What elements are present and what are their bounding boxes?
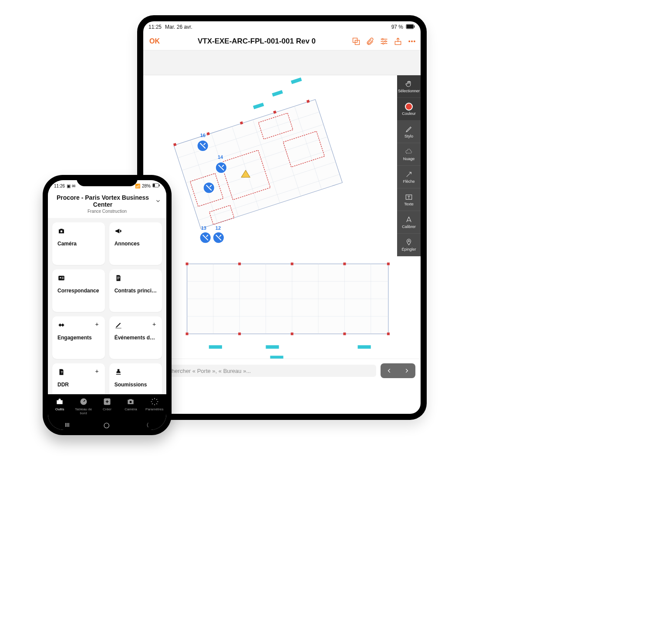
tool-text[interactable]: Texte (397, 188, 421, 211)
tool-color[interactable]: Couleur (397, 98, 421, 121)
svg-point-79 (61, 231, 63, 233)
cloud-icon (405, 148, 413, 156)
drawing-canvas[interactable]: Sélectionner Couleur Stylo Nuage (143, 75, 421, 382)
svg-text:?: ? (61, 370, 63, 374)
map-pin-12[interactable]: 12 (213, 225, 224, 243)
app-indicator-icon: ▣ ✉ (67, 184, 75, 188)
home-button[interactable]: ◯ (104, 422, 109, 428)
card-prime-contracts[interactable]: Contrats princi… (109, 269, 162, 312)
tablet-status-bar: 11:25 Mar. 26 avr. 97 % (143, 21, 421, 33)
tablet-header: OK VTX-EXE-ARC-FPL-001-001 Rev 0 (143, 33, 421, 50)
phone-battery-text: 28% (142, 184, 151, 188)
svg-point-6 (382, 38, 383, 40)
svg-text:14: 14 (218, 154, 223, 160)
card-commitments[interactable]: + Engagements (52, 316, 105, 359)
camera-icon (126, 397, 135, 406)
tab-settings[interactable]: Paramètres (144, 397, 165, 411)
floorplan[interactable]: 16 14 (143, 75, 397, 382)
card-announcements[interactable]: Annonces (109, 222, 162, 265)
add-icon[interactable]: + (151, 321, 158, 328)
svg-rect-60 (343, 332, 346, 335)
svg-point-12 (414, 41, 415, 42)
search-placeholder: Rechercher « Porte », « Bureau »... (162, 368, 251, 374)
svg-rect-38 (253, 103, 264, 109)
svg-rect-82 (62, 277, 64, 278)
svg-rect-53 (238, 262, 241, 265)
tablet-time: 11:25 (148, 24, 162, 30)
svg-point-7 (385, 40, 386, 42)
tool-select[interactable]: Sélectionner (397, 75, 421, 98)
tab-dashboard[interactable]: Tableau de bord (73, 397, 94, 415)
search-input[interactable]: Rechercher « Porte », « Bureau »... (148, 365, 376, 377)
annotation-toolbar: Sélectionner Couleur Stylo Nuage (397, 75, 421, 256)
svg-text:12: 12 (216, 225, 221, 231)
svg-rect-59 (291, 332, 293, 335)
calibrate-icon (405, 216, 413, 224)
svg-text:13: 13 (201, 225, 206, 231)
phone-notch (77, 175, 138, 186)
svg-rect-63 (266, 345, 279, 349)
phone-screen: 11:26 ▣ ✉ 📶 28% Procore - Paris Vortex B… (48, 180, 166, 430)
svg-rect-2 (414, 25, 415, 27)
briefcase-icon (55, 397, 64, 406)
stamp-icon (115, 368, 157, 376)
prev-sheet-button[interactable] (381, 363, 398, 378)
id-card-icon (57, 274, 100, 282)
attachment-icon[interactable] (365, 36, 375, 47)
recents-button[interactable]: III (65, 422, 69, 428)
tool-calibrate[interactable]: Calibrer (397, 211, 421, 234)
add-icon[interactable]: + (94, 368, 101, 375)
svg-rect-78 (153, 184, 155, 187)
pen-icon (405, 125, 413, 133)
ok-button[interactable]: OK (147, 36, 162, 47)
map-pin-unlabeled-1[interactable] (203, 182, 215, 193)
tablet-device: 11:25 Mar. 26 avr. 97 % OK VTX-EXE-ARC-F… (137, 15, 427, 420)
tab-tools[interactable]: Outils (49, 397, 71, 411)
svg-rect-39 (272, 90, 283, 97)
pin-icon (405, 238, 413, 246)
svg-rect-83 (62, 278, 64, 279)
signal-icon: 📶 (135, 184, 140, 188)
tablet-battery-text: 97 % (391, 24, 403, 30)
svg-point-90 (130, 401, 132, 403)
phone-header[interactable]: Procore - Paris Vortex Business Center F… (48, 191, 166, 218)
tablet-screen: 11:25 Mar. 26 avr. 97 % OK VTX-EXE-ARC-F… (143, 21, 421, 414)
svg-rect-64 (358, 345, 371, 349)
tablet-subheader (143, 50, 421, 75)
tab-camera[interactable]: Caméra (120, 397, 142, 411)
share-icon[interactable] (393, 36, 403, 47)
svg-rect-86 (117, 279, 119, 279)
svg-rect-57 (186, 332, 189, 335)
phone-device: 11:26 ▣ ✉ 📶 28% Procore - Paris Vortex B… (43, 175, 172, 435)
svg-rect-40 (291, 77, 302, 84)
card-camera[interactable]: Caméra (52, 222, 105, 265)
svg-point-8 (383, 43, 384, 44)
more-icon[interactable] (407, 36, 417, 47)
card-events[interactable]: + Événements d… (109, 316, 162, 359)
back-button[interactable]: 〈 (144, 422, 149, 429)
compare-icon[interactable] (351, 36, 361, 47)
svg-point-81 (60, 277, 61, 278)
svg-rect-80 (58, 276, 64, 281)
add-icon[interactable]: + (94, 321, 101, 328)
svg-rect-3 (407, 24, 413, 28)
next-sheet-button[interactable] (398, 363, 415, 378)
tool-pen[interactable]: Stylo (397, 121, 421, 143)
filters-icon[interactable] (379, 36, 389, 47)
tool-cloud[interactable]: Nuage (397, 143, 421, 166)
tool-grid: Caméra Annonces Correspondance Contrats … (48, 218, 166, 410)
card-correspondence[interactable]: Correspondance (52, 269, 105, 312)
tab-create[interactable]: Créer (96, 397, 118, 411)
tool-arrow[interactable]: Flèche (397, 166, 421, 188)
svg-rect-58 (238, 332, 241, 335)
phone-tabbar: Outils Tableau de bord Créer Caméra Para… (48, 394, 166, 430)
tool-pin[interactable]: Épingler (397, 234, 421, 256)
drawing-title: VTX-EXE-ARC-FPL-001-001 Rev 0 (166, 37, 347, 46)
svg-rect-55 (343, 262, 346, 265)
svg-rect-52 (186, 262, 189, 265)
color-swatch-icon (405, 103, 413, 111)
map-pin-13[interactable]: 13 (200, 225, 211, 243)
svg-rect-54 (291, 262, 293, 265)
text-icon (405, 193, 413, 201)
svg-text:16: 16 (200, 133, 206, 138)
